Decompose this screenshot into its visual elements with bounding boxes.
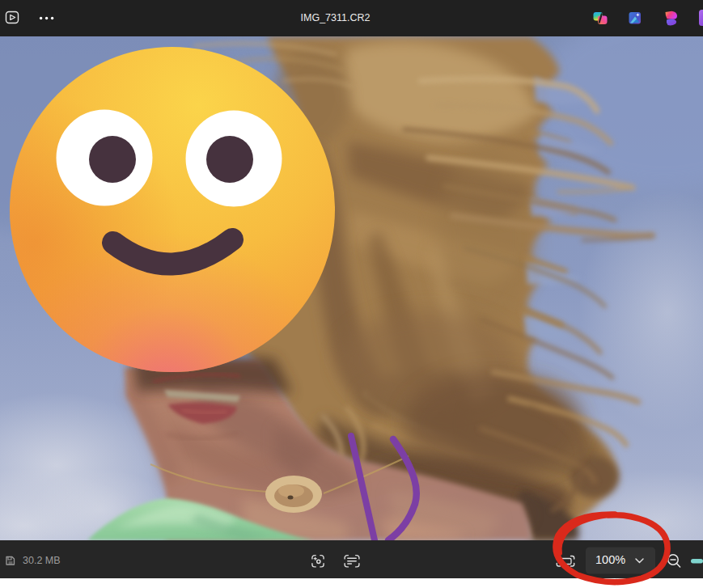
- svg-text:30.2 MB: 30.2 MB: [23, 555, 61, 566]
- svg-text:100%: 100%: [595, 553, 625, 566]
